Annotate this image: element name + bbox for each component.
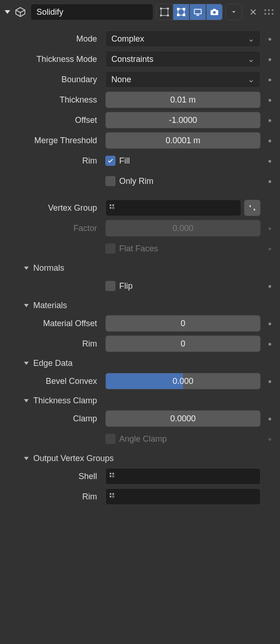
decorator-dot[interactable] (264, 55, 275, 63)
expand-icon[interactable] (5, 10, 10, 14)
svg-rect-22 (110, 496, 111, 497)
decorator-dot[interactable] (264, 76, 275, 83)
modifier-name-input[interactable]: Solidify (30, 4, 153, 20)
fill-label: Fill (119, 156, 130, 166)
svg-rect-8 (177, 14, 179, 16)
decorator-dot[interactable] (264, 177, 275, 185)
svg-rect-21 (112, 493, 114, 495)
material-rim-label: Rim (5, 339, 102, 349)
svg-point-11 (213, 11, 216, 14)
chevron-down-icon (24, 362, 29, 365)
solidify-icon (13, 5, 28, 19)
decorator-dot[interactable] (264, 137, 275, 144)
svg-rect-20 (110, 493, 111, 495)
merge-threshold-field[interactable]: 0.0001 m (105, 132, 261, 149)
svg-point-1 (160, 8, 162, 9)
only-rim-checkbox[interactable] (105, 176, 116, 186)
only-rim-label: Only Rim (119, 176, 153, 186)
decorator-dot (264, 435, 275, 443)
svg-rect-23 (112, 496, 114, 497)
output-vg-header[interactable]: Output Vertex Groups (2, 449, 278, 466)
material-offset-label: Material Offset (5, 319, 102, 328)
mode-label: Mode (5, 34, 102, 44)
thickness-field[interactable]: 0.01 m (105, 91, 261, 108)
angle-clamp-checkbox (105, 434, 116, 444)
svg-rect-7 (183, 8, 185, 10)
extras-menu[interactable] (225, 4, 242, 20)
edit-mode-toggle[interactable] (173, 4, 189, 20)
offset-field[interactable]: -1.0000 (105, 112, 261, 128)
shell-label: Shell (5, 472, 102, 481)
svg-point-4 (167, 15, 169, 16)
decorator-dot[interactable] (264, 116, 275, 124)
edge-data-header[interactable]: Edge Data (2, 354, 278, 371)
decorator-dot[interactable] (264, 96, 275, 103)
boundary-label: Boundary (5, 75, 102, 85)
decorator-dot[interactable] (264, 282, 275, 290)
chevron-down-icon: ⌄ (248, 74, 255, 85)
material-rim-field[interactable]: 0 (105, 335, 261, 352)
offset-label: Offset (5, 115, 102, 125)
decorator-dot[interactable] (264, 157, 275, 164)
mode-dropdown[interactable]: Complex⌄ (105, 30, 261, 47)
chevron-down-icon (24, 304, 29, 307)
decorator-dot (264, 225, 275, 232)
angle-clamp-label: Angle Clamp (119, 434, 167, 444)
svg-rect-17 (112, 473, 114, 474)
svg-rect-16 (110, 473, 111, 474)
ovg-rim-label: Rim (5, 492, 102, 502)
material-offset-field[interactable]: 0 (105, 315, 261, 332)
svg-rect-19 (112, 475, 114, 477)
modifier-header: Solidify (2, 2, 278, 22)
fill-checkbox[interactable] (105, 156, 116, 166)
realtime-toggle[interactable] (189, 4, 206, 20)
svg-rect-9 (183, 14, 185, 16)
decorator-dot (264, 245, 275, 252)
modifier-name-text: Solidify (37, 7, 63, 17)
chevron-down-icon (24, 267, 29, 270)
vertex-group-icon (109, 472, 118, 481)
materials-header[interactable]: Materials (2, 296, 278, 313)
svg-rect-13 (112, 205, 114, 206)
vertex-group-field[interactable] (105, 200, 241, 216)
svg-rect-15 (112, 207, 114, 208)
bevel-convex-field[interactable]: 0.000 (105, 373, 261, 389)
svg-rect-6 (177, 8, 179, 10)
vertex-group-label: Vertex Group (5, 203, 102, 213)
close-button[interactable] (245, 4, 262, 20)
thickness-label: Thickness (5, 95, 102, 105)
visibility-toggles (156, 4, 223, 20)
clamp-field[interactable]: 0.0000 (105, 410, 261, 427)
clamp-label: Clamp (5, 414, 102, 424)
factor-field: 0.000 (105, 220, 261, 237)
boundary-dropdown[interactable]: None⌄ (105, 71, 261, 88)
flat-faces-checkbox (105, 243, 116, 254)
factor-label: Factor (5, 224, 102, 233)
drag-handle[interactable] (264, 9, 275, 15)
svg-rect-18 (110, 475, 111, 477)
thickness-mode-dropdown[interactable]: Constraints⌄ (105, 51, 261, 67)
thickness-clamp-header[interactable]: Thickness Clamp (2, 391, 278, 408)
svg-rect-0 (161, 9, 168, 16)
vg-invert-button[interactable] (244, 200, 261, 216)
decorator-dot[interactable] (264, 320, 275, 327)
svg-point-2 (167, 8, 169, 9)
decorator-dot[interactable] (264, 415, 275, 422)
rim-vg-field[interactable] (105, 488, 261, 505)
bevel-convex-label: Bevel Convex (5, 377, 102, 386)
normals-header[interactable]: Normals (2, 259, 278, 276)
render-toggle[interactable] (206, 4, 223, 20)
flat-faces-label: Flat Faces (119, 244, 158, 254)
shell-vg-field[interactable] (105, 468, 261, 485)
decorator-dot[interactable] (264, 340, 275, 347)
flip-checkbox[interactable] (105, 281, 116, 291)
svg-rect-10 (195, 9, 201, 14)
chevron-down-icon (24, 457, 29, 460)
thickness-mode-label: Thickness Mode (5, 55, 102, 64)
decorator-dot[interactable] (264, 377, 275, 385)
decorator-dot[interactable] (264, 35, 275, 43)
on-cage-toggle[interactable] (156, 4, 173, 20)
svg-rect-14 (110, 207, 111, 208)
vertex-group-icon (109, 203, 118, 213)
flip-label: Flip (119, 281, 133, 291)
